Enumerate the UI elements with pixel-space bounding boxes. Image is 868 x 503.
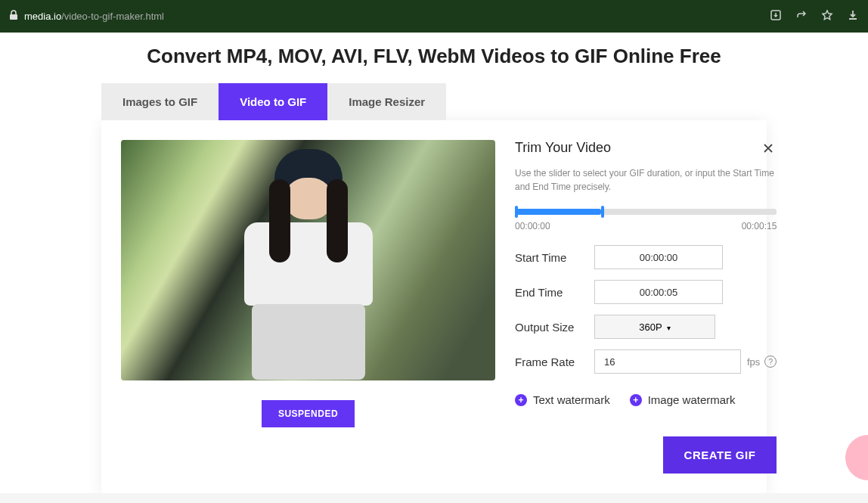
slider-handle-end[interactable] bbox=[601, 206, 604, 218]
page-body: Convert MP4, MOV, AVI, FLV, WebM Videos … bbox=[0, 33, 868, 493]
tab-images-to-gif[interactable]: Images to GIF bbox=[101, 83, 219, 120]
image-watermark-button[interactable]: + Image watermark bbox=[630, 393, 736, 406]
start-time-label: Start Time bbox=[515, 251, 594, 264]
page-title: Convert MP4, MOV, AVI, FLV, WebM Videos … bbox=[0, 39, 868, 83]
output-size-select[interactable]: 360P bbox=[594, 315, 715, 339]
tab-image-resizer[interactable]: Image Resizer bbox=[327, 83, 446, 120]
url-path: /video-to-gif-maker.html bbox=[61, 11, 164, 22]
frame-rate-label: Frame Rate bbox=[515, 356, 594, 368]
chevron-down-icon bbox=[667, 321, 671, 333]
close-button[interactable] bbox=[760, 140, 777, 159]
start-time-input[interactable] bbox=[594, 245, 723, 269]
plus-icon: + bbox=[630, 394, 642, 406]
star-icon[interactable] bbox=[821, 9, 833, 23]
text-watermark-label: Text watermark bbox=[533, 393, 610, 406]
share-icon[interactable] bbox=[795, 9, 808, 23]
trim-help-text: Use the slider to select your GIF durati… bbox=[515, 166, 777, 194]
plus-icon: + bbox=[515, 394, 527, 406]
lock-icon bbox=[9, 10, 18, 23]
fps-label: fps bbox=[747, 356, 760, 368]
svg-rect-0 bbox=[10, 14, 17, 20]
install-icon[interactable] bbox=[770, 9, 782, 23]
browser-address-bar: media.io /video-to-gif-maker.html bbox=[0, 0, 868, 33]
end-time-label: End Time bbox=[515, 286, 594, 299]
help-icon[interactable]: ? bbox=[764, 356, 777, 368]
duration-slider[interactable] bbox=[515, 209, 777, 215]
download-icon[interactable] bbox=[847, 9, 859, 23]
suspended-button[interactable]: SUSPENDED bbox=[262, 400, 355, 427]
end-time-input[interactable] bbox=[594, 280, 723, 304]
frame-rate-input[interactable] bbox=[594, 349, 741, 374]
tab-video-to-gif[interactable]: Video to GIF bbox=[219, 83, 327, 120]
image-watermark-label: Image watermark bbox=[648, 393, 736, 406]
mode-tabs: Images to GIF Video to GIF Image Resizer bbox=[101, 83, 767, 120]
output-size-label: Output Size bbox=[515, 321, 594, 334]
url-domain: media.io bbox=[24, 11, 61, 22]
slider-handle-start[interactable] bbox=[515, 206, 518, 218]
slider-time-min: 00:00:00 bbox=[515, 221, 550, 231]
trim-title: Trim Your Video bbox=[515, 140, 611, 156]
output-size-value: 360P bbox=[639, 321, 662, 333]
slider-time-max: 00:00:15 bbox=[742, 221, 777, 231]
create-gif-button[interactable]: CREATE GIF bbox=[663, 436, 777, 474]
editor-panel: SUSPENDED Trim Your Video Use the slider… bbox=[101, 120, 767, 493]
video-preview[interactable] bbox=[121, 140, 495, 380]
text-watermark-button[interactable]: + Text watermark bbox=[515, 393, 610, 406]
